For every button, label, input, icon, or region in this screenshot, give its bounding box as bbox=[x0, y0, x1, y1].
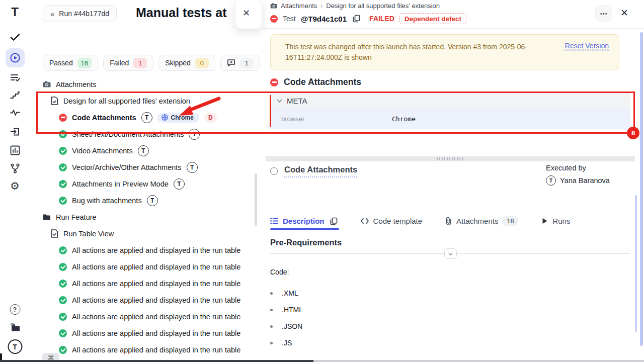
passed-status-icon bbox=[59, 263, 67, 271]
tab-attachments[interactable]: Attachments 18 bbox=[445, 216, 518, 226]
comment-add-icon bbox=[227, 59, 235, 67]
paperclip-icon bbox=[445, 217, 452, 225]
pre-requirements-heading: Pre-Requirements bbox=[270, 238, 342, 247]
assignee-avatar[interactable]: T bbox=[174, 178, 185, 190]
tree-step-run-table-2[interactable]: All actions are applied and displayed in… bbox=[30, 258, 255, 275]
breadcrumb-root[interactable]: Attachments bbox=[281, 2, 317, 10]
tree-step-bug-attachments[interactable]: Bug with attachments T bbox=[30, 192, 255, 209]
check-icon bbox=[10, 33, 20, 41]
tree-step-run-table-3[interactable]: All actions are applied and displayed in… bbox=[30, 275, 255, 292]
suite-label: Attachments bbox=[56, 80, 97, 88]
attachments-count-badge: 18 bbox=[503, 216, 518, 226]
defect-badge[interactable]: D bbox=[204, 113, 217, 123]
profile-logo-icon[interactable]: T bbox=[8, 339, 22, 354]
tree-step-run-table-1[interactable]: All actions are applied and displayed in… bbox=[30, 242, 255, 258]
sidebar-item-test-plans[interactable] bbox=[10, 73, 20, 82]
close-icon[interactable]: ✕ bbox=[243, 8, 250, 19]
version-warning-banner: This test was changed after this launch … bbox=[270, 34, 619, 70]
tab-code-template[interactable]: Code template bbox=[361, 217, 423, 225]
passed-status-icon bbox=[59, 296, 67, 304]
left-panel-scrollbar[interactable] bbox=[255, 173, 257, 226]
annotation-number-badge: 8 bbox=[627, 127, 639, 139]
dependent-defect-badge[interactable]: Dependent defect bbox=[399, 13, 466, 24]
assignee-avatar[interactable]: T bbox=[147, 195, 158, 206]
skipped-count-badge: 0 bbox=[195, 58, 209, 68]
browser-badge[interactable]: Chrome bbox=[157, 113, 199, 123]
assignee-avatar[interactable]: T bbox=[138, 145, 149, 156]
test-kind-label: Test bbox=[283, 15, 296, 23]
step-label: Code Attachments bbox=[72, 114, 136, 122]
filter-passed-button[interactable]: Passed 16 bbox=[43, 55, 98, 71]
sidebar-item-runs[interactable] bbox=[6, 48, 25, 67]
gear-icon[interactable]: ⚙ bbox=[10, 180, 20, 192]
collapse-section-button[interactable] bbox=[444, 248, 457, 259]
close-icon[interactable]: ✕ bbox=[620, 7, 628, 19]
list-item-text: .XML bbox=[282, 289, 298, 297]
tree-step-sheet-attachments[interactable]: Sheet/Text/Document Attachments T bbox=[30, 126, 255, 142]
filter-comments-button[interactable]: 1 bbox=[220, 55, 260, 71]
executed-by-label: Executed by bbox=[546, 164, 610, 172]
meta-header[interactable]: META bbox=[270, 93, 630, 108]
content-scrollbar[interactable] bbox=[635, 195, 637, 332]
tab-description[interactable]: Description bbox=[270, 217, 325, 225]
sidebar-item-steps[interactable] bbox=[10, 91, 20, 99]
copy-test-id-icon[interactable] bbox=[353, 15, 360, 23]
bullet-icon bbox=[270, 292, 273, 295]
more-menu-button[interactable]: ••• bbox=[595, 5, 612, 22]
step-title-link[interactable]: Code Attachments bbox=[284, 165, 357, 177]
back-to-run-button[interactable]: « Run #44b177dd bbox=[43, 5, 117, 22]
tree-step-run-table-6[interactable]: All actions are applied and displayed in… bbox=[30, 325, 255, 341]
import-box-icon bbox=[10, 127, 20, 137]
meta-section: META browser Chrome bbox=[270, 93, 630, 129]
list-item: .JSON bbox=[270, 322, 302, 330]
executor-avatar[interactable]: T bbox=[546, 175, 556, 186]
sidebar-item-analytics[interactable] bbox=[10, 145, 20, 155]
bottom-strip-light bbox=[313, 360, 644, 362]
assignee-avatar[interactable]: T bbox=[189, 129, 200, 140]
file-check-icon bbox=[51, 229, 58, 238]
step-label: All actions are applied and displayed in… bbox=[72, 329, 240, 337]
tree-step-video-attachments[interactable]: Video Attachments T bbox=[30, 142, 255, 159]
tree-step-vector-attachments[interactable]: Vector/Archive/Other Attachments T bbox=[30, 159, 255, 175]
step-label: All actions are applied and displayed in… bbox=[72, 280, 240, 288]
passed-status-icon bbox=[59, 163, 67, 171]
suite-label: Run Feature bbox=[56, 213, 97, 221]
tree-test-design-extensions[interactable]: Design for all supported files' extensio… bbox=[30, 93, 255, 109]
run-button-label: Run #44b177dd bbox=[59, 10, 109, 18]
tree-step-run-table-4[interactable]: All actions are applied and displayed in… bbox=[30, 292, 255, 308]
tree-step-code-attachments[interactable]: Code Attachments T Chrome D bbox=[30, 109, 255, 126]
list-icon bbox=[270, 217, 278, 225]
filter-failed-button[interactable]: Failed 1 bbox=[103, 55, 153, 71]
step-label: Attachments in Preview Mode bbox=[72, 180, 169, 188]
bottom-strip-dark bbox=[0, 360, 313, 362]
filter-skipped-button[interactable]: Skipped 0 bbox=[158, 55, 215, 71]
tree-step-run-table-5[interactable]: All actions are applied and displayed in… bbox=[30, 308, 255, 325]
sidebar-item-import[interactable] bbox=[10, 127, 20, 137]
reset-version-link[interactable]: Reset Version bbox=[565, 42, 609, 50]
sidebar-item-branches[interactable] bbox=[11, 163, 20, 173]
tree-suite-run-feature[interactable]: Run Feature bbox=[30, 209, 255, 225]
tree-step-run-table-7[interactable]: All actions are applied and displayed in… bbox=[30, 341, 255, 358]
breadcrumb-separator: › bbox=[320, 3, 323, 10]
failed-status-icon bbox=[59, 114, 67, 122]
sidebar-item-tests[interactable] bbox=[10, 33, 20, 41]
tree-test-run-table-view[interactable]: Run Table View bbox=[30, 225, 255, 242]
passed-status-icon bbox=[59, 147, 67, 155]
help-icon[interactable]: ? bbox=[10, 304, 20, 315]
tree-suite-attachments[interactable]: Attachments bbox=[30, 76, 255, 93]
passed-status-icon bbox=[59, 197, 67, 205]
result-filters: Passed 16 Failed 1 Skipped 0 1 bbox=[43, 55, 260, 71]
step-label: Vector/Archive/Other Attachments bbox=[72, 163, 182, 171]
step-label: All actions are applied and displayed in… bbox=[72, 246, 240, 254]
assignee-avatar[interactable]: T bbox=[187, 162, 198, 173]
tab-runs[interactable]: Runs bbox=[542, 217, 570, 225]
executor-name: Yana Baranova bbox=[560, 176, 610, 185]
tree-step-preview-mode[interactable]: Attachments in Preview Mode T bbox=[30, 175, 255, 192]
copy-description-icon[interactable] bbox=[330, 217, 338, 225]
assignee-avatar[interactable]: T bbox=[141, 112, 152, 123]
sidebar-item-docs[interactable] bbox=[10, 323, 21, 331]
testomat-logo-icon[interactable]: T bbox=[11, 5, 19, 19]
panel-scrollbar[interactable] bbox=[640, 32, 643, 346]
panel-resize-handle[interactable] bbox=[266, 156, 635, 161]
sidebar-item-pulse[interactable] bbox=[10, 109, 20, 116]
